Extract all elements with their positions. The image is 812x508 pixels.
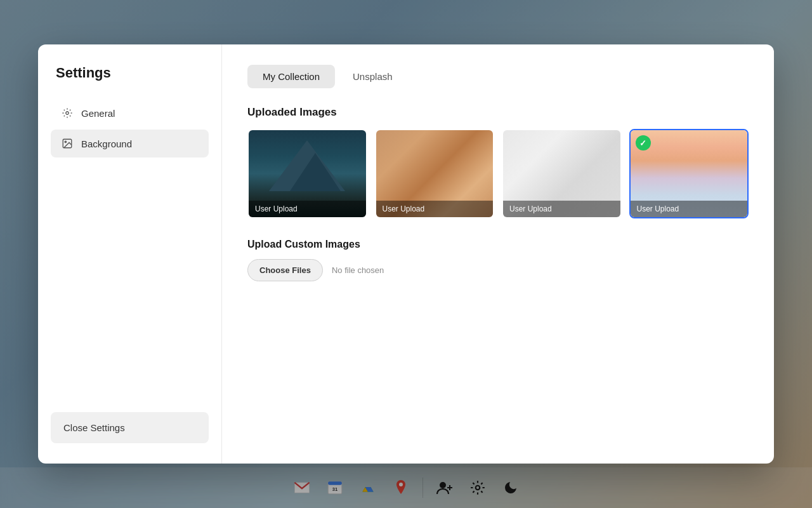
- modal-backdrop: Settings General: [0, 0, 812, 508]
- sidebar-item-background[interactable]: Background: [51, 130, 209, 157]
- sidebar-item-general-label: General: [81, 108, 115, 119]
- settings-title: Settings: [51, 65, 209, 81]
- image-card-3[interactable]: User Upload: [502, 129, 622, 218]
- image-label-4: User Upload: [631, 201, 748, 217]
- image-card-4-inner: ✓ User Upload: [631, 130, 748, 217]
- choose-files-button[interactable]: Choose Files: [247, 259, 323, 281]
- tab-my-collection[interactable]: My Collection: [247, 65, 335, 88]
- image-card-1[interactable]: User Upload: [247, 129, 367, 218]
- svg-point-8: [66, 112, 69, 115]
- tabs-container: My Collection Unsplash: [247, 65, 749, 88]
- image-card-2-inner: User Upload: [376, 130, 494, 217]
- no-file-text: No file chosen: [332, 265, 384, 275]
- sidebar-nav: General Background: [51, 99, 209, 412]
- image-label-2: User Upload: [376, 201, 494, 217]
- image-label-3: User Upload: [503, 201, 620, 217]
- svg-point-10: [65, 141, 66, 142]
- gear-icon: [61, 107, 74, 119]
- uploaded-images-title: Uploaded Images: [247, 106, 749, 119]
- image-card-1-inner: User Upload: [249, 130, 366, 217]
- image-label-1: User Upload: [249, 201, 366, 217]
- sidebar-item-general[interactable]: General: [51, 99, 209, 127]
- image-card-3-inner: User Upload: [503, 130, 620, 217]
- sidebar-item-background-label: Background: [81, 138, 132, 149]
- settings-sidebar: Settings General: [38, 44, 222, 464]
- selected-check-badge: ✓: [636, 135, 651, 150]
- image-card-2[interactable]: User Upload: [375, 129, 495, 218]
- upload-section-title: Upload Custom Images: [247, 239, 749, 250]
- image-grid: User Upload User Upload User Upload: [247, 129, 749, 218]
- main-content: My Collection Unsplash Uploaded Images U…: [222, 44, 774, 464]
- settings-modal: Settings General: [38, 44, 774, 464]
- upload-row: Choose Files No file chosen: [247, 259, 749, 281]
- close-settings-button[interactable]: Close Settings: [51, 412, 209, 443]
- image-card-4[interactable]: ✓ User Upload: [629, 129, 749, 218]
- tab-unsplash[interactable]: Unsplash: [337, 65, 408, 88]
- image-icon: [61, 137, 74, 150]
